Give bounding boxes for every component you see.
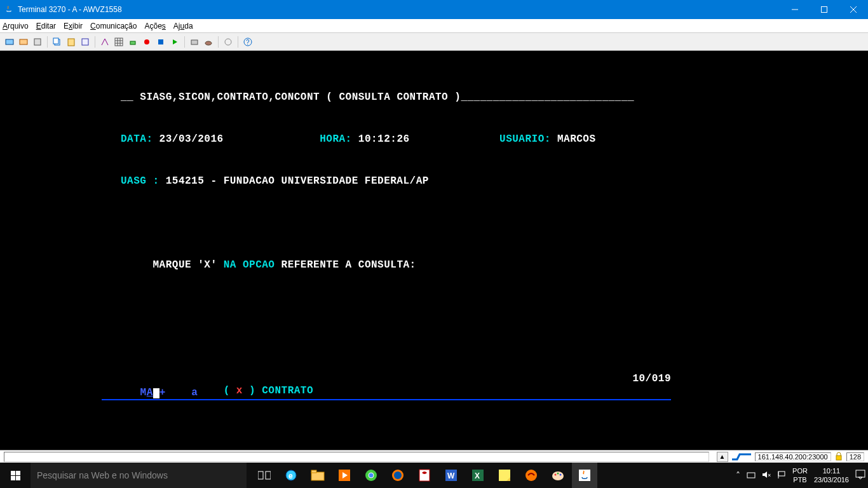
lock-icon — [835, 452, 843, 462]
sticky-notes-icon[interactable] — [492, 463, 517, 488]
close-button[interactable] — [839, 0, 868, 19]
svg-rect-39 — [419, 470, 430, 481]
toolbar-icon-9[interactable] — [127, 36, 139, 48]
svg-marker-58 — [858, 477, 862, 479]
reader-icon[interactable] — [412, 463, 437, 488]
app-icon-orange[interactable] — [519, 463, 544, 488]
svg-rect-18 — [158, 39, 163, 44]
toolbar-stop-icon[interactable] — [155, 36, 166, 48]
explorer-icon[interactable] — [305, 463, 330, 488]
toolbar-icon-7[interactable] — [99, 36, 111, 48]
java-icon — [4, 4, 14, 15]
ie-icon[interactable]: e — [278, 463, 304, 488]
svg-rect-10 — [82, 39, 88, 45]
svg-rect-26 — [258, 471, 263, 479]
svg-rect-20 — [191, 40, 198, 44]
connection-status-bar: ▲ 161.148.40.200:23000 128 — [0, 450, 868, 463]
chrome-icon[interactable] — [358, 463, 384, 488]
start-button[interactable] — [0, 463, 31, 488]
menu-comunicacao[interactable]: Comunicação — [90, 22, 137, 30]
connection-icon — [732, 452, 751, 461]
toolbar-record-icon[interactable] — [141, 36, 153, 48]
media-player-icon[interactable] — [332, 463, 357, 488]
svg-rect-52 — [747, 473, 755, 478]
svg-text:X: X — [475, 471, 480, 480]
toolbar-separator — [95, 36, 95, 48]
terminal-status-row: MA+ a 10/019 — [102, 372, 671, 414]
svg-text:×: × — [768, 472, 771, 478]
toolbar-help-icon[interactable]: ? — [242, 36, 254, 48]
tray-network-icon[interactable] — [747, 470, 756, 481]
tray-clock[interactable]: 10:11 23/03/2016 — [814, 466, 849, 484]
svg-rect-4 — [6, 39, 13, 44]
terminal-screen[interactable]: __ SIASG,SICON,CONTRATO,CONCONT ( CONSUL… — [0, 51, 868, 448]
toolbar-icon-13[interactable] — [189, 36, 200, 48]
terminal-uasg-line: UASG : 154215 - FUNDACAO UNIVERSIDADE FE… — [0, 174, 868, 188]
toolbar-icon-2[interactable] — [18, 36, 29, 48]
toolbar-icon-1[interactable] — [4, 36, 15, 48]
window-controls — [780, 0, 868, 19]
menu-ajuda[interactable]: Ajuda — [173, 22, 193, 30]
menu-editar[interactable]: Editar — [36, 22, 56, 30]
svg-rect-6 — [34, 39, 41, 45]
svg-rect-51 — [579, 470, 590, 481]
svg-marker-19 — [173, 39, 177, 44]
tray-flag-icon[interactable] — [777, 470, 786, 481]
svg-rect-16 — [130, 41, 135, 44]
svg-rect-55 — [778, 471, 785, 476]
svg-point-22 — [225, 39, 231, 45]
svg-rect-5 — [20, 39, 27, 44]
toolbar-copy-icon[interactable] — [51, 36, 63, 48]
toolbar-icon-6[interactable] — [79, 36, 91, 48]
toolbar-icon-14[interactable] — [203, 36, 214, 48]
scroll-up-button[interactable]: ▲ — [717, 452, 728, 462]
session-number: 128 — [846, 452, 864, 461]
minimize-button[interactable] — [780, 0, 810, 19]
toolbar-separator — [218, 36, 219, 48]
toolbar-separator — [47, 36, 48, 48]
svg-text:W: W — [447, 471, 455, 480]
svg-rect-31 — [311, 470, 316, 473]
tray-notifications-icon[interactable] — [855, 470, 865, 481]
toolbar-icon-15[interactable] — [222, 36, 234, 48]
svg-text:?: ? — [246, 39, 250, 46]
svg-rect-11 — [115, 38, 123, 46]
paint-icon[interactable] — [545, 463, 571, 488]
menu-bar: AArquivorquivo Editar Exibir Comunicação… — [0, 19, 868, 33]
toolbar-grid-icon[interactable] — [113, 36, 125, 48]
toolbar-play-icon[interactable] — [169, 36, 180, 48]
windows-logo-icon — [11, 471, 20, 480]
toolbar-separator — [238, 36, 238, 48]
svg-rect-57 — [856, 470, 865, 477]
toolbar-icon-3[interactable] — [32, 36, 43, 48]
excel-icon[interactable]: X — [465, 463, 491, 488]
svg-rect-25 — [836, 456, 841, 460]
firefox-icon[interactable] — [385, 463, 410, 488]
tray-chevron-up-icon[interactable]: ˄ — [736, 470, 740, 480]
svg-text:e: e — [288, 471, 293, 480]
task-view-icon[interactable] — [252, 463, 277, 488]
toolbar: ? — [0, 33, 868, 51]
tray-volume-icon[interactable]: × — [762, 470, 771, 481]
tray-language[interactable]: POR PTB — [792, 466, 808, 484]
system-tray: ˄ × POR PTB 10:11 23/03/2016 — [736, 463, 868, 488]
host-address: 161.148.40.200:23000 — [755, 452, 831, 461]
cursor-position: 10/019 — [632, 372, 671, 414]
window-title: Terminal 3270 - A - AWVZ1558 — [18, 5, 780, 14]
menu-acoes[interactable]: Ações — [144, 22, 165, 30]
taskbar-search[interactable]: Pesquisar na Web e no Windows — [31, 463, 247, 488]
svg-point-49 — [557, 473, 559, 475]
menu-arquivo[interactable]: AArquivorquivo — [3, 22, 29, 30]
window-titlebar: Terminal 3270 - A - AWVZ1558 — [0, 0, 868, 19]
svg-point-46 — [526, 470, 537, 481]
toolbar-paste-icon[interactable] — [65, 36, 77, 48]
svg-rect-9 — [68, 39, 74, 46]
menu-exibir[interactable]: Exibir — [64, 22, 83, 30]
maximize-button[interactable] — [810, 0, 839, 19]
svg-rect-1 — [822, 7, 827, 13]
terminal-path-line: __ SIASG,SICON,CONTRATO,CONCONT ( CONSUL… — [0, 90, 868, 104]
java-app-icon[interactable] — [572, 463, 597, 488]
word-icon[interactable]: W — [438, 463, 464, 488]
svg-point-21 — [205, 41, 212, 45]
svg-point-38 — [394, 471, 402, 479]
